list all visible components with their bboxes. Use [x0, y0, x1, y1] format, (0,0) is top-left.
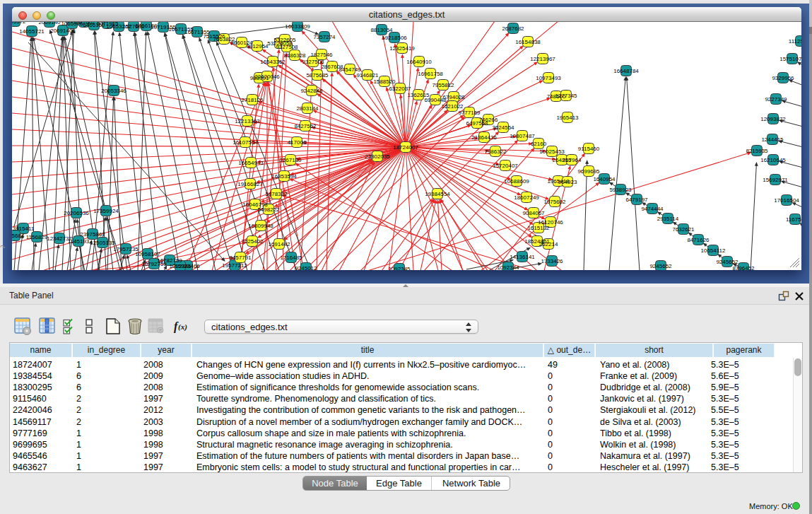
svg-text:1092346: 1092346 — [169, 263, 192, 269]
svg-text:957964: 957964 — [563, 157, 582, 163]
svg-text:2803144: 2803144 — [296, 105, 319, 112]
svg-text:16654943: 16654943 — [238, 160, 264, 166]
svg-text:8215935: 8215935 — [746, 148, 768, 154]
svg-text:3915411: 3915411 — [13, 226, 35, 232]
svg-text:2069140: 2069140 — [38, 22, 61, 25]
svg-text:15720407: 15720407 — [493, 163, 518, 169]
svg-text:19384554: 19384554 — [425, 191, 450, 197]
svg-text:8813054: 8813054 — [370, 27, 393, 33]
svg-text:116753: 116753 — [786, 216, 801, 223]
svg-text:1615132: 1615132 — [527, 225, 550, 231]
svg-text:16809948: 16809948 — [248, 223, 273, 229]
svg-text:1145193: 1145193 — [68, 238, 90, 245]
svg-text:1716485: 1716485 — [280, 255, 302, 261]
svg-text:3267130: 3267130 — [279, 157, 302, 163]
svg-text:16210645: 16210645 — [760, 157, 786, 163]
svg-text:20691406: 20691406 — [50, 28, 76, 34]
svg-text:964923: 964923 — [558, 179, 577, 185]
svg-text:2687682: 2687682 — [502, 25, 524, 32]
svg-text:16033809: 16033809 — [285, 23, 310, 30]
svg-text:7357274: 7357274 — [313, 34, 336, 40]
svg-text:1965413: 1965413 — [556, 115, 579, 121]
svg-text:8471626: 8471626 — [687, 237, 710, 243]
svg-text:417006: 417006 — [288, 139, 307, 146]
svg-text:1244415: 1244415 — [761, 136, 784, 143]
svg-text:9245012: 9245012 — [295, 265, 317, 271]
svg-text:1975692: 1975692 — [543, 199, 566, 205]
svg-text:9777169: 9777169 — [458, 110, 481, 116]
svg-text:20206536: 20206536 — [64, 210, 89, 216]
svg-text:9084067: 9084067 — [522, 210, 545, 216]
svg-text:1621022: 1621022 — [441, 103, 464, 110]
svg-text:(x): (x) — [178, 322, 187, 332]
svg-text:9115460: 9115460 — [578, 146, 600, 152]
svg-text:5322605: 5322605 — [273, 37, 296, 43]
svg-text:10973493: 10973493 — [536, 75, 561, 81]
svg-text:12505135: 12505135 — [90, 240, 115, 246]
svg-text:10792759: 10792759 — [141, 261, 167, 267]
svg-text:17016504: 17016504 — [774, 197, 799, 204]
svg-text:9457791: 9457791 — [229, 255, 252, 261]
svg-text:2935114: 2935114 — [657, 216, 679, 222]
svg-text:9227349: 9227349 — [765, 96, 787, 103]
svg-text:1805572: 1805572 — [12, 22, 26, 25]
svg-text:8427552: 8427552 — [294, 123, 317, 129]
svg-text:1588520: 1588520 — [373, 78, 396, 85]
svg-text:10807487: 10807487 — [510, 133, 535, 139]
svg-text:915684: 915684 — [12, 233, 25, 239]
svg-text:62160: 62160 — [531, 141, 547, 147]
svg-text:1277345: 1277345 — [555, 93, 577, 99]
svg-text:9329966: 9329966 — [772, 75, 794, 81]
svg-text:14055721: 14055721 — [19, 28, 45, 35]
svg-text:12093872: 12093872 — [760, 116, 786, 122]
svg-text:6322037: 6322037 — [389, 86, 411, 92]
svg-text:8186328: 8186328 — [283, 52, 306, 59]
svg-text:5938923: 5938923 — [609, 187, 632, 193]
svg-text:10688609: 10688609 — [504, 178, 529, 185]
svg-text:16353594: 16353594 — [271, 173, 297, 180]
svg-text:17359924: 17359924 — [93, 208, 119, 214]
svg-text:6990448: 6990448 — [424, 97, 447, 103]
svg-text:16154838: 16154838 — [515, 39, 541, 45]
svg-text:9245652: 9245652 — [716, 259, 739, 265]
svg-text:19166827: 19166827 — [237, 181, 263, 187]
svg-text:10958107: 10958107 — [135, 251, 160, 257]
svg-text:23975867: 23975867 — [80, 231, 105, 238]
svg-text:12213967: 12213967 — [530, 56, 555, 62]
svg-text:16640910: 16640910 — [406, 59, 432, 65]
svg-text:19577212: 19577212 — [222, 262, 247, 269]
svg-text:1092344: 1092344 — [497, 264, 519, 271]
svg-text:5498222: 5498222 — [257, 206, 280, 213]
svg-text:14136141: 14136141 — [510, 254, 535, 260]
svg-text:18607249: 18607249 — [514, 194, 539, 201]
svg-text:21364436: 21364436 — [471, 134, 497, 141]
svg-text:15751074: 15751074 — [779, 56, 801, 62]
svg-text:16648784: 16648784 — [613, 68, 639, 74]
svg-text:12325419: 12325419 — [389, 45, 415, 52]
svg-text:5875685: 5875685 — [306, 72, 329, 78]
svg-text:8796452: 8796452 — [732, 265, 755, 271]
svg-text:10654112: 10654112 — [701, 247, 726, 254]
svg-text:18724007: 18724007 — [393, 144, 418, 151]
svg-text:2718126: 2718126 — [241, 97, 264, 103]
svg-text:252214: 252214 — [539, 241, 558, 247]
svg-text:3624554: 3624554 — [492, 124, 514, 131]
svg-text:20053346: 20053346 — [101, 88, 126, 94]
svg-text:6479197: 6479197 — [625, 197, 648, 203]
svg-text:10025453: 10025453 — [539, 148, 565, 155]
svg-text:12213363: 12213363 — [235, 118, 260, 124]
svg-text:1733426: 1733426 — [541, 258, 563, 264]
svg-text:23302035: 23302035 — [365, 153, 390, 160]
svg-text:5878332: 5878332 — [265, 191, 288, 197]
svg-text:1691442: 1691442 — [268, 241, 290, 247]
svg-text:9146821: 9146821 — [356, 72, 379, 78]
svg-text:19218506: 19218506 — [382, 35, 407, 41]
svg-text:9327508: 9327508 — [276, 44, 298, 50]
svg-text:7955812: 7955812 — [432, 82, 454, 88]
svg-text:16961758: 16961758 — [418, 71, 443, 77]
svg-text:16107554: 16107554 — [233, 139, 258, 146]
svg-text:1092345: 1092345 — [388, 266, 411, 271]
svg-text:9699695: 9699695 — [577, 168, 600, 175]
svg-text:15692971: 15692971 — [763, 177, 788, 183]
svg-text:7632621: 7632621 — [672, 226, 695, 233]
